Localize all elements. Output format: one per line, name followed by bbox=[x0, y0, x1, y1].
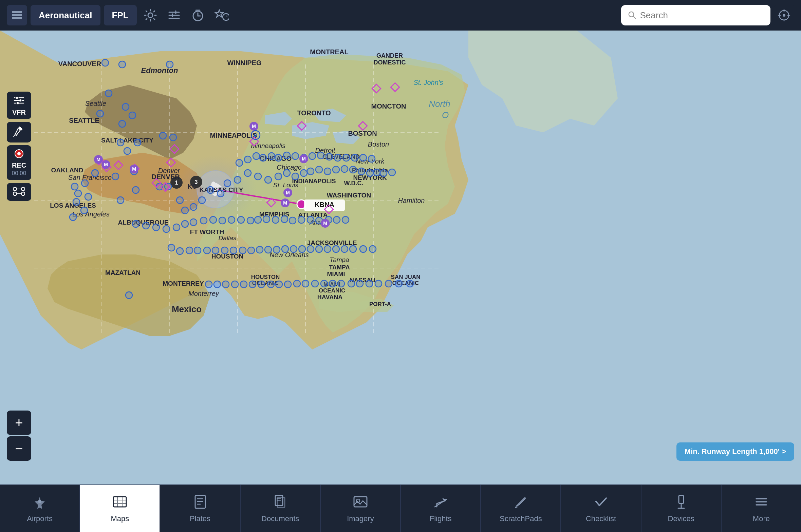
svg-text:INDIANAPOLIS: INDIANAPOLIS bbox=[292, 178, 336, 185]
nav-maps[interactable]: Maps bbox=[80, 485, 160, 532]
left-controls: VFR REC 00:00 bbox=[7, 92, 31, 201]
svg-point-207 bbox=[204, 247, 210, 254]
svg-point-119 bbox=[124, 148, 131, 154]
svg-point-175 bbox=[343, 154, 350, 161]
svg-point-143 bbox=[234, 176, 241, 183]
timer-button[interactable] bbox=[188, 5, 208, 25]
svg-point-233 bbox=[249, 281, 256, 288]
svg-point-114 bbox=[122, 103, 129, 110]
svg-text:OCEANIC: OCEANIC bbox=[319, 287, 345, 294]
svg-rect-315 bbox=[679, 495, 684, 504]
nav-devices[interactable]: Devices bbox=[641, 485, 721, 532]
svg-text:O: O bbox=[442, 110, 449, 120]
flights-icon bbox=[433, 494, 448, 512]
airports-icon bbox=[32, 494, 48, 512]
svg-point-187 bbox=[210, 216, 217, 223]
route-button[interactable] bbox=[7, 183, 31, 201]
svg-point-168 bbox=[283, 152, 290, 159]
fpl-button[interactable]: FPL bbox=[104, 5, 137, 25]
svg-point-160 bbox=[380, 170, 387, 176]
svg-text:SEATTLE: SEATTLE bbox=[69, 117, 99, 124]
svg-point-245 bbox=[356, 280, 363, 287]
svg-text:MIAMI: MIAMI bbox=[327, 271, 345, 278]
favorites-timer-button[interactable] bbox=[211, 5, 232, 25]
layers-button[interactable] bbox=[7, 5, 27, 25]
svg-rect-2 bbox=[12, 17, 22, 19]
svg-rect-302 bbox=[113, 497, 126, 507]
vfr-filter-button[interactable]: VFR bbox=[7, 92, 31, 119]
svg-text:M: M bbox=[302, 156, 306, 162]
svg-point-139 bbox=[199, 197, 205, 204]
svg-text:SALT LAKE CITY: SALT LAKE CITY bbox=[101, 137, 153, 144]
svg-point-216 bbox=[282, 246, 288, 252]
svg-point-197 bbox=[298, 216, 305, 223]
svg-point-196 bbox=[289, 217, 296, 224]
svg-text:TORONTO: TORONTO bbox=[297, 109, 331, 117]
runway-length-button[interactable]: Min. Runway Length 1,000' > bbox=[676, 442, 794, 461]
svg-point-183 bbox=[173, 224, 180, 231]
svg-point-228 bbox=[205, 281, 212, 288]
aeronautical-button[interactable]: Aeronautical bbox=[31, 5, 100, 25]
zoom-controls: + − bbox=[7, 411, 31, 461]
location-button[interactable] bbox=[774, 5, 794, 25]
svg-text:St. Louis: St. Louis bbox=[273, 182, 298, 189]
svg-point-301 bbox=[38, 500, 41, 503]
search-input[interactable] bbox=[640, 10, 764, 21]
svg-point-110 bbox=[119, 61, 126, 68]
svg-text:Boston: Boston bbox=[368, 140, 389, 148]
search-box bbox=[621, 5, 770, 25]
nav-plates[interactable]: Plates bbox=[160, 485, 240, 532]
svg-text:St. John's: St. John's bbox=[413, 79, 443, 86]
nav-airports[interactable]: Airports bbox=[0, 485, 79, 532]
nav-scratchpads[interactable]: ScratchPads bbox=[481, 485, 560, 532]
svg-text:OAKLAND: OAKLAND bbox=[51, 167, 83, 174]
svg-point-185 bbox=[190, 219, 197, 226]
svg-point-191 bbox=[247, 217, 254, 224]
svg-text:SAN JUAN: SAN JUAN bbox=[391, 274, 421, 280]
svg-point-193 bbox=[263, 216, 270, 223]
svg-marker-13 bbox=[215, 10, 223, 17]
nav-checklist[interactable]: Checklist bbox=[561, 485, 640, 532]
svg-text:MONTREAL: MONTREAL bbox=[310, 48, 348, 56]
svg-point-165 bbox=[260, 154, 266, 161]
svg-text:BOSTON: BOSTON bbox=[348, 130, 377, 137]
settings-button[interactable] bbox=[140, 5, 161, 25]
svg-point-167 bbox=[275, 154, 282, 161]
svg-point-212 bbox=[248, 247, 255, 254]
svg-point-238 bbox=[294, 280, 300, 287]
svg-text:M: M bbox=[286, 190, 290, 195]
zoom-out-button[interactable]: − bbox=[7, 436, 31, 461]
svg-point-125 bbox=[81, 180, 88, 187]
nav-flights[interactable]: Flights bbox=[401, 485, 480, 532]
svg-point-223 bbox=[341, 246, 348, 252]
pen-button[interactable] bbox=[7, 122, 31, 142]
nav-more[interactable]: More bbox=[722, 485, 801, 532]
svg-point-198 bbox=[307, 216, 314, 223]
svg-point-288 bbox=[19, 99, 22, 102]
svg-point-242 bbox=[329, 280, 336, 287]
svg-text:TAMPA: TAMPA bbox=[329, 264, 350, 271]
nav-documents[interactable]: Documents bbox=[241, 485, 320, 532]
svg-point-294 bbox=[21, 187, 25, 191]
svg-point-162 bbox=[236, 159, 243, 166]
svg-point-192 bbox=[255, 216, 261, 223]
svg-point-225 bbox=[360, 246, 367, 252]
svg-point-152 bbox=[316, 166, 322, 173]
svg-point-123 bbox=[112, 173, 119, 180]
map-area[interactable]: 1 3 KBNA VANCOUVER Edmonton WINNIPEG MON… bbox=[0, 31, 801, 501]
zoom-in-button[interactable]: + bbox=[7, 411, 31, 435]
record-button[interactable]: REC 00:00 bbox=[7, 145, 31, 180]
svg-text:HAVANA: HAVANA bbox=[317, 294, 342, 301]
filter-button[interactable] bbox=[164, 5, 184, 25]
nav-imagery[interactable]: Imagery bbox=[321, 485, 400, 532]
svg-point-195 bbox=[281, 216, 288, 223]
svg-point-188 bbox=[219, 217, 226, 224]
svg-point-209 bbox=[221, 247, 228, 254]
svg-point-235 bbox=[267, 281, 274, 288]
svg-text:WASHINGTON: WASHINGTON bbox=[327, 192, 371, 199]
svg-point-231 bbox=[231, 281, 238, 288]
svg-point-201 bbox=[333, 216, 340, 223]
svg-point-243 bbox=[338, 280, 344, 287]
svg-text:WINNIPEG: WINNIPEG bbox=[227, 59, 261, 66]
svg-point-158 bbox=[367, 170, 373, 176]
